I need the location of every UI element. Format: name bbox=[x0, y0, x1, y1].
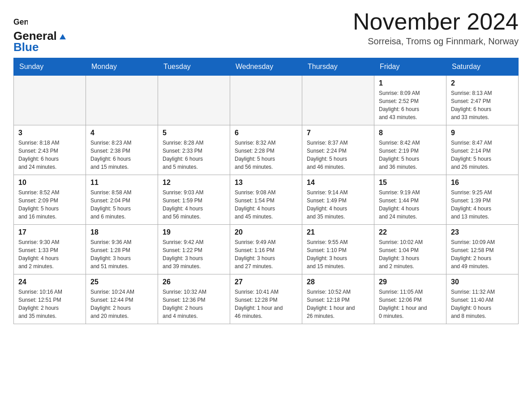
day-info: Sunrise: 8:32 AM Sunset: 2:28 PM Dayligh… bbox=[235, 139, 297, 171]
day-info: Sunrise: 8:18 AM Sunset: 2:43 PM Dayligh… bbox=[18, 139, 81, 171]
page-header: General General Blue November 2024 Sorre… bbox=[13, 9, 519, 53]
day-info: Sunrise: 8:42 AM Sunset: 2:19 PM Dayligh… bbox=[379, 139, 442, 171]
week-row-3: 10Sunrise: 8:52 AM Sunset: 2:09 PM Dayli… bbox=[14, 175, 519, 225]
day-number: 22 bbox=[379, 228, 442, 236]
day-number: 4 bbox=[90, 129, 153, 137]
day-info: Sunrise: 9:19 AM Sunset: 1:44 PM Dayligh… bbox=[379, 188, 442, 221]
calendar-cell: 25Sunrise: 10:24 AM Sunset: 12:44 PM Day… bbox=[86, 274, 158, 324]
day-info: Sunrise: 9:55 AM Sunset: 1:10 PM Dayligh… bbox=[307, 238, 369, 270]
day-info: Sunrise: 11:05 AM Sunset: 12:06 PM Dayli… bbox=[379, 288, 442, 320]
logo-icon: General bbox=[13, 15, 28, 30]
calendar-cell: 10Sunrise: 8:52 AM Sunset: 2:09 PM Dayli… bbox=[14, 175, 86, 225]
calendar-cell: 1Sunrise: 8:09 AM Sunset: 2:52 PM Daylig… bbox=[374, 76, 446, 125]
day-number: 21 bbox=[307, 228, 369, 236]
day-info: Sunrise: 9:08 AM Sunset: 1:54 PM Dayligh… bbox=[235, 188, 297, 221]
calendar-cell: 15Sunrise: 9:19 AM Sunset: 1:44 PM Dayli… bbox=[374, 175, 446, 225]
calendar-cell: 20Sunrise: 9:49 AM Sunset: 1:16 PM Dayli… bbox=[230, 225, 302, 274]
day-info: Sunrise: 10:41 AM Sunset: 12:28 PM Dayli… bbox=[235, 288, 297, 320]
calendar-cell: 22Sunrise: 10:02 AM Sunset: 1:04 PM Dayl… bbox=[374, 225, 446, 274]
weekday-header-thursday: Thursday bbox=[302, 58, 374, 76]
day-info: Sunrise: 8:13 AM Sunset: 2:47 PM Dayligh… bbox=[451, 89, 514, 121]
day-info: Sunrise: 8:47 AM Sunset: 2:14 PM Dayligh… bbox=[451, 139, 514, 171]
day-info: Sunrise: 10:32 AM Sunset: 12:36 PM Dayli… bbox=[163, 288, 225, 320]
calendar-cell: 11Sunrise: 8:58 AM Sunset: 2:04 PM Dayli… bbox=[86, 175, 158, 225]
day-number: 27 bbox=[235, 278, 297, 286]
title-area: November 2024 Sorreisa, Troms og Finnmar… bbox=[353, 9, 519, 47]
calendar-cell: 19Sunrise: 9:42 AM Sunset: 1:22 PM Dayli… bbox=[158, 225, 230, 274]
day-number: 29 bbox=[379, 278, 442, 286]
day-info: Sunrise: 8:52 AM Sunset: 2:09 PM Dayligh… bbox=[18, 188, 81, 221]
location-subtitle: Sorreisa, Troms og Finnmark, Norway bbox=[353, 36, 519, 47]
svg-marker-1 bbox=[60, 34, 66, 39]
calendar-cell bbox=[230, 76, 302, 125]
day-info: Sunrise: 10:16 AM Sunset: 12:51 PM Dayli… bbox=[18, 288, 81, 320]
logo: General General Blue bbox=[13, 9, 67, 53]
day-info: Sunrise: 10:02 AM Sunset: 1:04 PM Daylig… bbox=[379, 238, 442, 270]
day-info: Sunrise: 8:09 AM Sunset: 2:52 PM Dayligh… bbox=[379, 89, 442, 121]
calendar-cell bbox=[158, 76, 230, 125]
weekday-header-monday: Monday bbox=[86, 58, 158, 76]
calendar-cell bbox=[14, 76, 86, 125]
day-number: 6 bbox=[235, 129, 297, 137]
day-number: 18 bbox=[90, 228, 153, 236]
weekday-header-wednesday: Wednesday bbox=[230, 58, 302, 76]
day-number: 9 bbox=[451, 129, 514, 137]
day-number: 1 bbox=[379, 79, 442, 87]
calendar-cell bbox=[302, 76, 374, 125]
day-info: Sunrise: 8:37 AM Sunset: 2:24 PM Dayligh… bbox=[307, 139, 369, 171]
day-info: Sunrise: 10:24 AM Sunset: 12:44 PM Dayli… bbox=[90, 288, 153, 320]
calendar-cell: 28Sunrise: 10:52 AM Sunset: 12:18 PM Day… bbox=[302, 274, 374, 324]
week-row-5: 24Sunrise: 10:16 AM Sunset: 12:51 PM Day… bbox=[14, 274, 519, 324]
calendar-cell bbox=[86, 76, 158, 125]
day-number: 3 bbox=[18, 129, 81, 137]
calendar-cell: 17Sunrise: 9:30 AM Sunset: 1:33 PM Dayli… bbox=[14, 225, 86, 274]
day-info: Sunrise: 9:49 AM Sunset: 1:16 PM Dayligh… bbox=[235, 238, 297, 270]
day-number: 25 bbox=[90, 278, 153, 286]
day-number: 15 bbox=[379, 179, 442, 187]
calendar-cell: 27Sunrise: 10:41 AM Sunset: 12:28 PM Day… bbox=[230, 274, 302, 324]
day-info: Sunrise: 10:52 AM Sunset: 12:18 PM Dayli… bbox=[307, 288, 369, 320]
calendar-cell: 13Sunrise: 9:08 AM Sunset: 1:54 PM Dayli… bbox=[230, 175, 302, 225]
day-number: 24 bbox=[18, 278, 81, 286]
day-info: Sunrise: 9:25 AM Sunset: 1:39 PM Dayligh… bbox=[451, 188, 514, 221]
day-number: 8 bbox=[379, 129, 442, 137]
calendar-cell: 30Sunrise: 11:32 AM Sunset: 11:40 AM Day… bbox=[446, 274, 519, 324]
day-number: 16 bbox=[451, 179, 514, 187]
day-info: Sunrise: 8:23 AM Sunset: 2:38 PM Dayligh… bbox=[90, 139, 153, 171]
day-number: 20 bbox=[235, 228, 297, 236]
week-row-2: 3Sunrise: 8:18 AM Sunset: 2:43 PM Daylig… bbox=[14, 125, 519, 175]
calendar-cell: 23Sunrise: 10:09 AM Sunset: 12:58 PM Day… bbox=[446, 225, 519, 274]
day-number: 13 bbox=[235, 179, 297, 187]
calendar-table: SundayMondayTuesdayWednesdayThursdayFrid… bbox=[13, 58, 519, 324]
day-number: 2 bbox=[451, 79, 514, 87]
weekday-header-tuesday: Tuesday bbox=[158, 58, 230, 76]
day-info: Sunrise: 9:36 AM Sunset: 1:28 PM Dayligh… bbox=[90, 238, 153, 270]
calendar-cell: 12Sunrise: 9:03 AM Sunset: 1:59 PM Dayli… bbox=[158, 175, 230, 225]
day-info: Sunrise: 8:58 AM Sunset: 2:04 PM Dayligh… bbox=[90, 188, 153, 221]
calendar-cell: 26Sunrise: 10:32 AM Sunset: 12:36 PM Day… bbox=[158, 274, 230, 324]
calendar-cell: 9Sunrise: 8:47 AM Sunset: 2:14 PM Daylig… bbox=[446, 125, 519, 175]
calendar-cell: 5Sunrise: 8:28 AM Sunset: 2:33 PM Daylig… bbox=[158, 125, 230, 175]
logo-blue-text: Blue bbox=[13, 41, 67, 54]
logo-triangle-icon bbox=[59, 32, 67, 40]
calendar-cell: 2Sunrise: 8:13 AM Sunset: 2:47 PM Daylig… bbox=[446, 76, 519, 125]
day-number: 19 bbox=[163, 228, 225, 236]
day-info: Sunrise: 8:28 AM Sunset: 2:33 PM Dayligh… bbox=[163, 139, 225, 171]
calendar-cell: 6Sunrise: 8:32 AM Sunset: 2:28 PM Daylig… bbox=[230, 125, 302, 175]
weekday-header-sunday: Sunday bbox=[14, 58, 86, 76]
calendar-cell: 7Sunrise: 8:37 AM Sunset: 2:24 PM Daylig… bbox=[302, 125, 374, 175]
calendar-cell: 14Sunrise: 9:14 AM Sunset: 1:49 PM Dayli… bbox=[302, 175, 374, 225]
day-info: Sunrise: 9:30 AM Sunset: 1:33 PM Dayligh… bbox=[18, 238, 81, 270]
calendar-cell: 24Sunrise: 10:16 AM Sunset: 12:51 PM Day… bbox=[14, 274, 86, 324]
calendar-cell: 3Sunrise: 8:18 AM Sunset: 2:43 PM Daylig… bbox=[14, 125, 86, 175]
day-info: Sunrise: 9:03 AM Sunset: 1:59 PM Dayligh… bbox=[163, 188, 225, 221]
calendar-cell: 21Sunrise: 9:55 AM Sunset: 1:10 PM Dayli… bbox=[302, 225, 374, 274]
day-number: 7 bbox=[307, 129, 369, 137]
day-number: 26 bbox=[163, 278, 225, 286]
week-row-1: 1Sunrise: 8:09 AM Sunset: 2:52 PM Daylig… bbox=[14, 76, 519, 125]
day-number: 12 bbox=[163, 179, 225, 187]
day-number: 14 bbox=[307, 179, 369, 187]
calendar-cell: 29Sunrise: 11:05 AM Sunset: 12:06 PM Day… bbox=[374, 274, 446, 324]
svg-text:General: General bbox=[13, 17, 28, 26]
day-number: 17 bbox=[18, 228, 81, 236]
